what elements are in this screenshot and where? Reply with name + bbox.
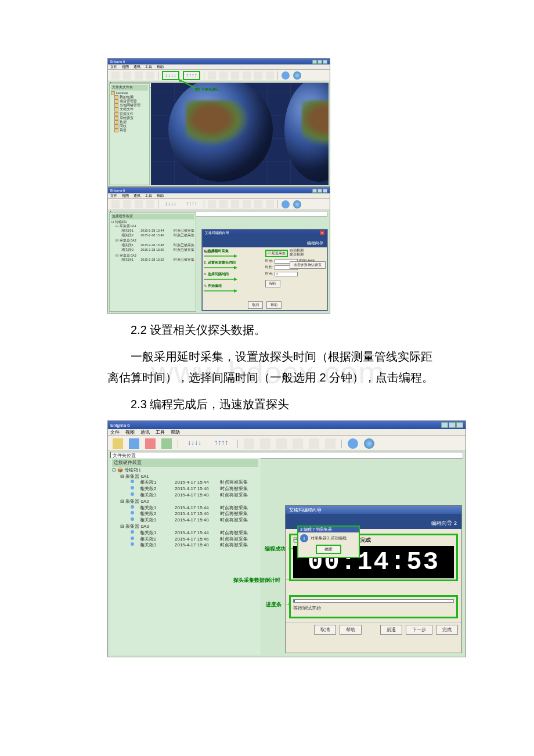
next-button[interactable]: 下一步	[406, 625, 432, 635]
start-program-button[interactable]: 编程	[265, 280, 280, 287]
tool-icon[interactable]	[266, 200, 274, 208]
download-icon[interactable]: ↓↓↓↓	[162, 200, 179, 208]
tree-item[interactable]: 当地网络管理	[120, 103, 140, 107]
tool-icon[interactable]	[123, 71, 131, 80]
cancel-button[interactable]: 取消	[314, 625, 336, 635]
menu-item[interactable]: 通讯	[134, 193, 140, 199]
minimize-icon[interactable]	[441, 422, 448, 428]
tool-icon[interactable]	[111, 71, 120, 80]
tool-icon[interactable]	[123, 200, 131, 208]
collector-node[interactable]: ⊟ 采集器 0A1	[116, 224, 194, 229]
tool-icon[interactable]	[276, 438, 287, 449]
tree-item[interactable]: 系统设置	[120, 116, 134, 120]
globe-icon[interactable]	[364, 438, 374, 449]
device-tree[interactable]: 连接硬件装置 ⊟ 传输箱1 ⊟ 采集器 0A1 相关段12015-2-28 15…	[109, 212, 196, 312]
tree-root[interactable]: ⊟ 传输箱1	[111, 220, 194, 225]
tool-icon[interactable]	[231, 71, 239, 80]
menu-item[interactable]: 帮助	[157, 64, 164, 70]
desktop-label[interactable]: Desktop	[116, 91, 128, 95]
upload-icon[interactable]: ↑↑↑↑	[183, 200, 200, 208]
delay-collect-button[interactable]: ☑ 延迟采集	[265, 250, 288, 257]
menu-item[interactable]: 视图	[122, 64, 129, 70]
tool-icon[interactable]	[309, 438, 319, 449]
tool-icon[interactable]	[145, 438, 156, 449]
help-icon[interactable]	[348, 438, 358, 449]
tool-icon[interactable]	[243, 71, 251, 80]
close-icon[interactable]	[456, 422, 463, 428]
menu-item[interactable]: 工具	[145, 64, 152, 70]
interval-select[interactable]: 2	[275, 272, 298, 276]
menu-item[interactable]: 帮助	[157, 193, 164, 199]
maximize-icon[interactable]	[317, 60, 322, 64]
tool-icon[interactable]	[129, 438, 139, 449]
option-label[interactable]: 自动检测	[290, 249, 326, 253]
maximize-icon[interactable]	[449, 422, 456, 428]
tool-icon[interactable]	[219, 71, 228, 80]
close-icon[interactable]: ×	[320, 231, 324, 235]
tool-icon[interactable]	[254, 71, 262, 80]
download-probes-button[interactable]: ↓↓↓↓	[162, 71, 179, 80]
help-button[interactable]: 帮助	[266, 301, 282, 309]
tool-icon[interactable]	[146, 200, 154, 208]
back-button[interactable]: 后退	[380, 625, 402, 635]
tree-item[interactable]: 数据	[120, 120, 127, 124]
tree-item[interactable]: 文档文件	[120, 107, 134, 111]
menu-item[interactable]: 通讯	[134, 64, 140, 70]
collector-node[interactable]: ⊟ 采集器 0A1	[120, 474, 258, 480]
menu-item[interactable]: 通讯	[140, 429, 150, 435]
help-icon[interactable]	[282, 71, 290, 80]
help-button[interactable]: 帮助	[340, 625, 362, 635]
tool-icon[interactable]	[293, 438, 303, 449]
folder-tree-panel[interactable]: 文件夹文件夹 Desktop 我的电脑 项目管理器 当地网络管理 文档文件 资源…	[109, 83, 150, 185]
tree-item[interactable]: 项目管理器	[120, 99, 137, 103]
menu-item[interactable]: 视图	[125, 429, 135, 435]
close-icon[interactable]	[323, 189, 327, 193]
menu-item[interactable]: 文件	[110, 64, 117, 70]
tool-icon[interactable]	[266, 71, 274, 80]
collector-node[interactable]: ⊟ 采集器 0A2	[116, 239, 194, 243]
upload-icon[interactable]: ↑↑↑↑	[211, 438, 232, 449]
help-icon[interactable]	[282, 200, 290, 208]
tool-icon[interactable]	[260, 438, 270, 449]
collector-node[interactable]: ⊟ 采集器 0A2	[120, 499, 258, 505]
tool-icon[interactable]	[135, 200, 143, 208]
menu-item[interactable]: 帮助	[171, 429, 180, 435]
tool-icon[interactable]	[244, 438, 254, 449]
finish-button[interactable]: 完成	[436, 625, 458, 635]
ok-button[interactable]: 确定	[316, 545, 341, 554]
close-icon[interactable]	[323, 60, 327, 64]
globe-icon[interactable]	[293, 200, 301, 208]
tool-icon[interactable]	[254, 200, 262, 208]
tree-item[interactable]: 回收	[120, 124, 127, 128]
tool-icon[interactable]	[113, 438, 123, 449]
tool-icon[interactable]	[161, 438, 172, 449]
tree-root[interactable]: ⊟ 📦 传输箱1	[112, 467, 258, 474]
tool-icon[interactable]	[208, 200, 216, 208]
maximize-icon[interactable]	[317, 189, 322, 193]
globe-icon[interactable]	[293, 71, 301, 80]
tree-item[interactable]: 我的电脑	[120, 95, 134, 99]
device-tree[interactable]: 连接硬件装置 ⊟ 📦 传输箱1 ⊟ 采集器 0A1 相关段12015-4-17 …	[110, 458, 261, 655]
menu-item[interactable]: 工具	[156, 429, 165, 435]
option-label[interactable]: 建议检测	[290, 253, 326, 257]
menu-item[interactable]: 视图	[122, 193, 129, 199]
menu-item[interactable]: 文件	[110, 429, 120, 435]
tool-icon[interactable]	[135, 71, 143, 80]
cancel-button[interactable]: 取消	[248, 301, 263, 309]
minimize-icon[interactable]	[312, 60, 317, 64]
confirm-settings-button[interactable]: 改变参数确认设置	[290, 261, 326, 269]
minimize-icon[interactable]	[312, 189, 317, 193]
menu-item[interactable]: 文件	[110, 193, 117, 199]
tool-icon[interactable]	[243, 200, 251, 208]
menu-item[interactable]: 工具	[145, 193, 152, 199]
tool-icon[interactable]	[231, 200, 239, 208]
tool-icon[interactable]	[208, 71, 216, 80]
download-icon[interactable]: ↓↓↓↓	[184, 438, 205, 449]
collector-node[interactable]: ⊟ 采集器 0A3	[120, 524, 258, 530]
tree-item[interactable]: 英语	[120, 128, 127, 132]
tool-icon[interactable]	[111, 200, 120, 208]
tool-icon[interactable]	[325, 438, 335, 449]
upload-probes-button[interactable]: ↑↑↑↑	[183, 71, 200, 80]
tool-icon[interactable]	[146, 71, 154, 80]
tree-item[interactable]: 资源文件	[120, 112, 134, 116]
